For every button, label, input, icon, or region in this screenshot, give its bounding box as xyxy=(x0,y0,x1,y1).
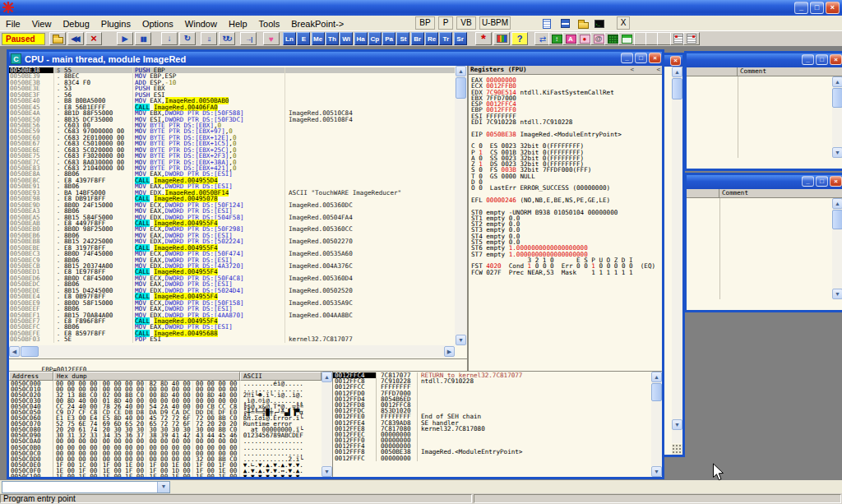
column-header[interactable] xyxy=(687,189,719,197)
register-line[interactable]: O 0 LastErr ERROR_SUCCESS (00000000) xyxy=(471,185,662,191)
disasm-row[interactable]: 0050BE3E.53PUSH EBX xyxy=(9,86,455,91)
disasm-row[interactable]: 0050BF03.5EPOP ESIkernel32.7C817077 xyxy=(9,336,455,342)
console-icon[interactable]: ›_ xyxy=(592,17,606,30)
toolbar-letter-button-re[interactable]: Re xyxy=(425,32,438,45)
toolbar-letter-button-br[interactable]: Br xyxy=(411,32,424,45)
toolbar-letter-button-ha[interactable]: Ha xyxy=(354,32,368,45)
options-gear-icon[interactable]: * xyxy=(475,32,492,45)
minimize-button[interactable]: _ xyxy=(802,54,814,65)
close-button[interactable]: × xyxy=(670,56,681,66)
scroll-down-icon[interactable]: ▼ xyxy=(672,419,682,430)
scroll-up-icon[interactable]: ▲ xyxy=(456,66,466,76)
menu-button-u-bpm[interactable]: U-BPM xyxy=(479,16,511,30)
scroll-left-icon[interactable]: ◀ xyxy=(9,346,20,357)
register-line[interactable]: FCW 027F Prec NEAR,53 Mask 1 1 1 1 1 1 xyxy=(471,270,662,275)
toolbar-letter-button-e[interactable]: E xyxy=(297,32,310,45)
scrollbar-thumb[interactable] xyxy=(832,88,842,108)
menu-button-bp[interactable]: BP xyxy=(415,16,435,30)
go-to-icon[interactable]: ♥ xyxy=(263,32,280,45)
side-window-middle[interactable]: _ □ × Comment ▲ ▼ xyxy=(684,173,842,312)
menu-button-p[interactable]: P xyxy=(438,16,453,30)
registers-header[interactable]: Registers (FPU) < < xyxy=(469,66,662,75)
scroll-down-icon[interactable]: ▼ xyxy=(456,335,466,345)
toolbar-letter-button-pa[interactable]: Pa xyxy=(382,32,396,45)
scroll-right-icon[interactable]: ▶ xyxy=(444,346,455,357)
address-combobox[interactable]: ▼ xyxy=(2,481,170,493)
toolbar-letter-button-wi[interactable]: Wi xyxy=(340,32,353,45)
scroll-down-icon[interactable]: ▼ xyxy=(832,147,842,158)
cpu-window-titlebar[interactable]: C CPU - main thread, module ImageRed _ □… xyxy=(9,52,662,66)
side-window-titlebar[interactable]: _ □ × xyxy=(687,53,842,67)
comment-column-header[interactable]: Comment xyxy=(719,189,751,197)
toolbar-letter-button-th[interactable]: Th xyxy=(326,32,339,45)
toolbar-letter-button-st[interactable]: St xyxy=(396,32,409,45)
scroll-up-icon[interactable]: ▲ xyxy=(832,198,842,209)
stack-row[interactable]: 0012FFFC00000000 xyxy=(333,455,651,461)
register-line[interactable]: EDI 7C910228 ntdll.7C910228 xyxy=(471,119,662,125)
scrollbar-thumb[interactable] xyxy=(21,346,39,357)
disasm-row[interactable]: 0050BEFE.E8 8597F8FFCALL ImageRed.004956… xyxy=(9,331,455,336)
dump-row[interactable]: 0050C1001F 00 1F 001F 00 1F 001F 00 1F 0… xyxy=(9,474,322,477)
window-plugin-icon[interactable] xyxy=(618,32,635,45)
side-window-top[interactable]: _ □ × Comment ▲ ▼ xyxy=(684,51,842,171)
menu-button-vb[interactable]: VB xyxy=(456,16,476,30)
scrollbar-thumb[interactable] xyxy=(651,383,662,401)
open-file-icon[interactable] xyxy=(49,32,66,45)
disasm-row[interactable]: 0050BE3B.83C4 F0ADD ESP,-10 xyxy=(9,80,455,86)
pause-icon[interactable]: ▮▮ xyxy=(135,32,151,45)
appearance-icon[interactable] xyxy=(493,32,510,45)
scroll-down-icon[interactable]: ▼ xyxy=(832,289,842,299)
toolbar-letter-button-me[interactable]: Me xyxy=(312,32,325,45)
close-button[interactable]: × xyxy=(649,53,661,63)
register-line[interactable]: T 0 GS 0000 NULL xyxy=(471,173,662,179)
dump-pane[interactable]: Address Hex dump ASCII 0050C00000 00 00 … xyxy=(9,371,322,477)
cpu-window[interactable]: C CPU - main thread, module ImageRed _ □… xyxy=(7,49,664,479)
scroll-down-icon[interactable]: ▼ xyxy=(322,466,332,477)
toolbar-letter-button-cp[interactable]: Cp xyxy=(368,32,382,45)
scrollbar-thumb[interactable] xyxy=(672,78,682,99)
restart-icon[interactable]: ◀◀ xyxy=(67,32,84,45)
step-over-icon[interactable]: ↻ xyxy=(179,32,196,45)
scroll-up-icon[interactable]: ▲ xyxy=(672,67,682,77)
step-into-icon[interactable]: ↓ xyxy=(161,32,178,45)
list-b-icon[interactable] xyxy=(683,32,700,45)
register-line[interactable]: EFL 00000246 (NO,NB,E,BE,NS,PE,GE,LE) xyxy=(471,197,662,203)
scrollbar-thumb[interactable] xyxy=(832,210,842,229)
minimize-button[interactable]: _ xyxy=(621,53,633,63)
disasm-horizontal-scrollbar[interactable]: ◀ ▶ xyxy=(9,345,455,358)
scroll-up-icon[interactable]: ▲ xyxy=(322,372,332,382)
disasm-vertical-scrollbar[interactable]: ▲ ▼ xyxy=(455,66,467,345)
trace-into-icon[interactable]: ↓↓ xyxy=(201,32,217,45)
toolbar-letter-button-tr[interactable]: Tr xyxy=(439,32,452,45)
dump-scrollbar[interactable]: ▲ ▼ xyxy=(322,371,332,477)
side-window-titlebar[interactable]: _ □ × xyxy=(687,175,842,189)
minimize-button[interactable]: _ xyxy=(794,2,808,14)
scrollbar-thumb[interactable] xyxy=(456,77,466,99)
combobox-dropdown-icon[interactable]: ▼ xyxy=(157,482,169,492)
close-button[interactable]: × xyxy=(826,2,840,14)
notes-icon[interactable] xyxy=(539,17,553,30)
folder-icon[interactable] xyxy=(576,17,590,30)
maximize-button[interactable]: □ xyxy=(816,54,828,65)
restore-button[interactable]: □ xyxy=(810,2,824,14)
stack-pane[interactable]: 0012FFC47C817077RETURN to kernel32.7C817… xyxy=(332,371,651,477)
column-header[interactable] xyxy=(687,67,738,76)
toolbar-letter-button-ln[interactable]: Ln xyxy=(283,32,296,45)
comment-column-header[interactable]: Comment xyxy=(738,67,769,76)
minimize-button[interactable]: _ xyxy=(802,176,814,187)
close-button[interactable]: × xyxy=(830,176,842,187)
stack-scrollbar[interactable]: ▲ ▼ xyxy=(651,371,662,477)
execute-till-return-icon[interactable]: →| xyxy=(240,32,257,45)
toolbar-close-button[interactable]: X xyxy=(617,16,630,30)
disassembly-pane[interactable]: 0050BE38$55PUSH EBP0050BE39.8BECMOV EBP,… xyxy=(9,66,455,345)
main-titlebar[interactable]: _ □ × xyxy=(0,0,842,16)
maximize-button[interactable]: □ xyxy=(816,176,828,187)
register-line[interactable]: EIP 0050BE38 ImageRed.<ModuleEntryPoint> xyxy=(471,132,662,137)
toolbar-letter-button-sr[interactable]: Sr xyxy=(454,32,467,45)
resize-grip[interactable] xyxy=(672,444,682,455)
log-icon[interactable] xyxy=(558,17,572,30)
scroll-up-icon[interactable]: ▲ xyxy=(651,372,662,382)
trace-over-icon[interactable]: ↻↻ xyxy=(219,32,235,45)
maximize-button[interactable]: □ xyxy=(635,53,647,63)
close-program-icon[interactable]: × xyxy=(86,32,102,45)
